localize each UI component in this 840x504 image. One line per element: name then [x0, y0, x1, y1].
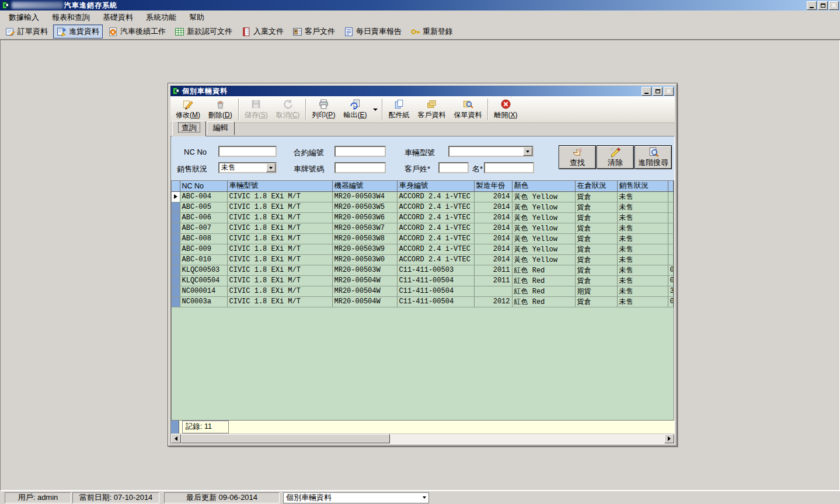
row-selector[interactable] — [172, 202, 180, 212]
grid-cell[interactable]: ACCORD 2.4 i-VTEC — [397, 244, 474, 254]
column-header[interactable]: 機器編號 — [332, 181, 397, 191]
row-selector[interactable] — [172, 296, 180, 307]
grid-cell[interactable]: MR20-00503W7 — [332, 223, 397, 233]
row-selector[interactable] — [172, 223, 180, 233]
table-row[interactable]: KLQC00504CIVIC 1.8 EXi M/TMR20-00504WC11… — [172, 275, 674, 286]
print-button[interactable]: 列印(P) — [308, 97, 339, 122]
grid-cell[interactable]: 黃色 Yellow — [512, 254, 575, 265]
delete-button[interactable]: 刪除(D) — [204, 97, 236, 122]
grid-cell[interactable]: CIVIC 1.8 EXi M/T — [227, 212, 332, 223]
grid-cell[interactable]: 紅色 Red — [512, 296, 575, 307]
grid-cell[interactable]: 貨倉 — [575, 233, 617, 244]
grid-cell[interactable]: 黃色 Yellow — [512, 202, 575, 212]
customer-surname-input[interactable] — [438, 162, 469, 173]
customer-data-button[interactable]: 客戶資料 — [413, 97, 449, 122]
grid-cell[interactable]: 2014 — [474, 244, 512, 254]
grid-cell[interactable]: NC0003a — [180, 296, 227, 307]
column-header[interactable]: 在倉狀況 — [575, 181, 617, 191]
grid-cell[interactable]: 貨倉 — [575, 265, 617, 275]
grid-cell[interactable]: 2014 — [474, 202, 512, 212]
grid-cell[interactable]: 黃色 Yellow — [512, 233, 575, 244]
grid-cell[interactable]: 0 — [668, 275, 674, 286]
grid-cell[interactable]: 貨倉 — [575, 223, 617, 233]
grid-cell[interactable]: CIVIC 1.8 EXi M/T — [227, 275, 332, 286]
row-selector[interactable] — [172, 233, 180, 244]
grid-cell[interactable]: 紅色 Red — [512, 286, 575, 296]
customer-firstname-input[interactable] — [484, 162, 534, 173]
grid-cell[interactable]: 貨倉 — [575, 275, 617, 286]
horizontal-scrollbar[interactable] — [171, 433, 674, 443]
grid-cell[interactable]: 0 — [668, 296, 674, 307]
grid-cell[interactable]: 未售 — [617, 296, 668, 307]
grid-cell[interactable]: 黃色 Yellow — [512, 191, 575, 202]
child-close-button[interactable]: × — [664, 87, 674, 96]
exit-button[interactable]: 離開(X) — [490, 97, 521, 122]
daily-sales-report-button[interactable]: 每日賣車報告 — [340, 24, 405, 38]
grid-cell[interactable]: CIVIC 1.8 EXi M/T — [227, 254, 332, 265]
grid-cell[interactable]: MR20-00504W — [332, 296, 397, 307]
relogin-button[interactable]: 重新登錄 — [407, 24, 456, 38]
table-row[interactable]: KLQC00503CIVIC 1.8 EXi M/TMR20-00503WC11… — [172, 265, 674, 275]
grid-cell[interactable]: CIVIC 1.8 EXi M/T — [227, 202, 332, 212]
nc-no-input[interactable] — [218, 146, 277, 157]
grid-cell[interactable]: 紅色 Red — [512, 275, 575, 286]
grid-cell[interactable]: 黃色 Yellow — [512, 223, 575, 233]
purchase-data-button[interactable]: 進貨資料 — [53, 24, 103, 38]
grid-cell[interactable]: 2014 — [474, 233, 512, 244]
grid-cell[interactable]: 貨倉 — [575, 202, 617, 212]
grid-cell[interactable]: 0 — [668, 265, 674, 275]
grid-cell[interactable]: ACCORD 2.4 i-VTEC — [397, 233, 474, 244]
policy-data-button[interactable]: 保單資料 — [449, 97, 486, 122]
row-selector[interactable] — [172, 275, 180, 286]
grid-cell[interactable] — [668, 223, 674, 233]
menu-reports-query[interactable]: 報表和查詢 — [46, 11, 96, 24]
order-data-button[interactable]: 訂單資料 — [2, 24, 51, 38]
table-row[interactable]: NC000014CIVIC 1.8 EXi M/TMR20-00504WC11-… — [172, 286, 674, 296]
grid-cell[interactable] — [668, 202, 674, 212]
new-model-approval-button[interactable]: 新款認可文件 — [171, 24, 236, 38]
table-row[interactable]: ABC-006CIVIC 1.8 EXi M/TMR20-00503W6ACCO… — [172, 212, 674, 223]
grid-cell[interactable] — [668, 244, 674, 254]
row-selector[interactable] — [172, 286, 180, 296]
column-header[interactable]: 製造年份 — [474, 181, 512, 191]
grid-cell[interactable]: CIVIC 1.8 EXi M/T — [227, 265, 332, 275]
vehicle-followup-button[interactable]: 汽車後續工作 — [104, 24, 169, 38]
menu-data-entry[interactable]: 數據輸入 — [2, 11, 46, 24]
grid-cell[interactable]: ABC-004 — [180, 191, 227, 202]
maximize-button[interactable] — [818, 1, 828, 10]
grid-cell[interactable]: 貨倉 — [575, 191, 617, 202]
grid-cell[interactable] — [474, 286, 512, 296]
grid-cell[interactable]: ACCORD 2.4 i-VTEC — [397, 202, 474, 212]
grid-cell[interactable] — [668, 212, 674, 223]
grid-cell[interactable]: MR20-00503W8 — [332, 233, 397, 244]
table-row[interactable]: ABC-008CIVIC 1.8 EXi M/TMR20-00503W8ACCO… — [172, 233, 674, 244]
grid-cell[interactable] — [668, 191, 674, 202]
grid-cell[interactable]: C11-411-00504 — [397, 275, 474, 286]
grid-cell[interactable]: 未售 — [617, 286, 668, 296]
grid-cell[interactable]: CIVIC 1.8 EXi M/T — [227, 233, 332, 244]
grid-cell[interactable]: C11-411-00504 — [397, 296, 474, 307]
grid-cell[interactable]: 紅色 Red — [512, 265, 575, 275]
grid-cell[interactable]: CIVIC 1.8 EXi M/T — [227, 296, 332, 307]
tab-query[interactable]: 查詢 — [172, 121, 206, 136]
grid-cell[interactable]: ABC-005 — [180, 202, 227, 212]
grid-cell[interactable]: MR20-00503W0 — [332, 254, 397, 265]
grid-cell[interactable]: MR20-00503W4 — [332, 191, 397, 202]
child-minimize-button[interactable] — [642, 87, 651, 96]
table-row[interactable]: ABC-004CIVIC 1.8 EXi M/TMR20-00503W4ACCO… — [172, 191, 674, 202]
grid-cell[interactable]: 2014 — [474, 223, 512, 233]
child-maximize-button[interactable] — [653, 87, 663, 96]
row-selector[interactable] — [172, 254, 180, 265]
grid-cell[interactable]: CIVIC 1.8 EXi M/T — [227, 191, 332, 202]
export-dropdown-caret[interactable] — [371, 97, 380, 122]
column-header[interactable]: 顏色 — [512, 181, 575, 191]
menu-system-functions[interactable]: 系統功能 — [140, 11, 183, 24]
scrollbar-thumb[interactable] — [181, 434, 390, 443]
grid-cell[interactable]: ACCORD 2.4 i-VTEC — [397, 223, 474, 233]
grid-cell[interactable]: MR20-00503W6 — [332, 212, 397, 223]
current-row-indicator[interactable] — [172, 191, 180, 202]
scroll-right-arrow-icon[interactable] — [664, 434, 674, 443]
grid-cell[interactable]: MR20-00504W — [332, 286, 397, 296]
find-button[interactable]: 查找 — [559, 145, 596, 169]
cancel-button[interactable]: 取消(C) — [272, 97, 304, 122]
